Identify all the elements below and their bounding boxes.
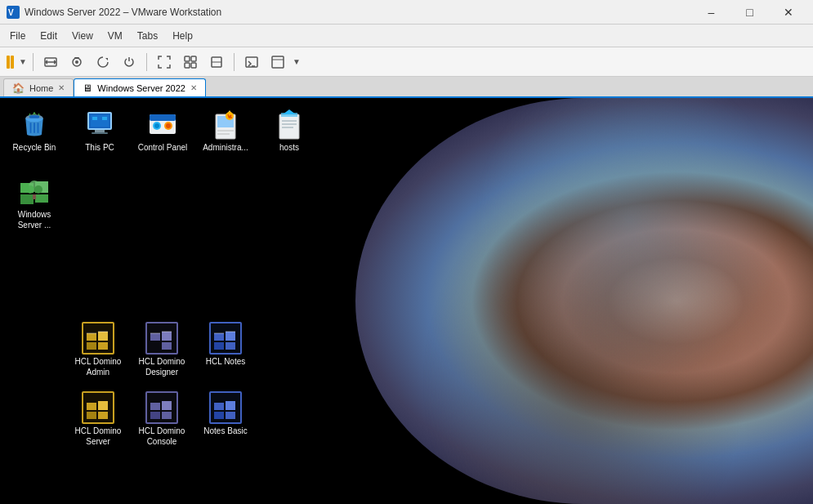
desktop-icon-windows-server[interactable]: Windows Server ... [5, 172, 64, 234]
menu-vm[interactable]: VM [101, 28, 129, 44]
home-tab-close[interactable]: ✕ [58, 83, 65, 92]
svg-rect-28 [92, 132, 108, 134]
svg-rect-10 [185, 56, 190, 61]
menu-bar: File Edit View VM Tabs Help [0, 25, 813, 47]
desktop-icon-hcl-domino-admin[interactable]: HCL Domino Admin [69, 319, 127, 381]
hcl-notes-icon [209, 322, 242, 355]
hcl-domino-admin-label: HCL Domino Admin [72, 356, 124, 377]
hcl-domino-console-icon [145, 391, 178, 424]
svg-point-35 [154, 123, 159, 128]
svg-text:V: V [8, 8, 14, 17]
snapshot-button[interactable] [65, 51, 88, 74]
administrator-label: Administra... [203, 142, 248, 153]
active-tab-close[interactable]: ✕ [190, 83, 197, 92]
fullscreen-button[interactable] [153, 51, 176, 74]
svg-rect-27 [95, 130, 105, 132]
hcl-domino-server-icon [82, 391, 114, 424]
menu-edit[interactable]: Edit [34, 28, 64, 44]
windows-server-label: Windows Server ... [8, 209, 60, 230]
svg-rect-16 [246, 57, 257, 67]
desktop-icon-hcl-domino-designer[interactable]: HCL Domino Designer [132, 319, 191, 381]
maximize-button[interactable]: □ [731, 0, 768, 25]
svg-rect-30 [92, 117, 97, 120]
control-panel-label: Control Panel [138, 142, 188, 153]
desktop-icon-administrator[interactable]: Administra... [196, 105, 255, 156]
unity-button[interactable] [179, 51, 202, 74]
desktop-icon-hcl-domino-server[interactable]: HCL Domino Server [69, 388, 127, 450]
desktop-icon-this-pc[interactable]: This PC [70, 105, 129, 156]
vm-desktop[interactable]: Recycle Bin This PC [0, 98, 813, 504]
svg-rect-33 [150, 114, 176, 121]
windows-server-icon [18, 175, 51, 207]
hcl-domino-designer-icon [145, 322, 178, 355]
svg-rect-18 [272, 56, 284, 68]
svg-point-37 [166, 123, 171, 128]
desktop-icon-hcl-domino-console[interactable]: HCL Domino Console [132, 388, 191, 450]
separator-3 [234, 53, 235, 71]
hosts-icon [273, 108, 306, 140]
notes-basic-label: Notes Basic [203, 426, 247, 436]
planet-detail [355, 98, 813, 504]
svg-marker-9 [105, 58, 108, 60]
this-pc-label: This PC [85, 142, 114, 153]
desktop-icon-control-panel[interactable]: Control Panel [133, 105, 192, 156]
window-title: Windows Server 2022 – VMware Workstation [25, 7, 693, 18]
menu-view[interactable]: View [65, 28, 100, 44]
tab-home[interactable]: 🏠 Home ✕ [3, 78, 74, 96]
minimize-button[interactable]: – [693, 0, 730, 25]
svg-marker-49 [283, 109, 296, 114]
tab-active-label: Windows Server 2022 [97, 83, 185, 93]
notes-basic-icon [209, 391, 242, 424]
separator-2 [146, 53, 147, 71]
vmware-icon: V [7, 6, 20, 19]
svg-point-56 [34, 185, 42, 194]
tab-bar: 🏠 Home ✕ 🖥 Windows Server 2022 ✕ [0, 77, 813, 98]
desktop-icon-notes-basic[interactable]: Notes Basic [196, 388, 255, 439]
recycle-bin-icon [18, 108, 51, 140]
power-button[interactable] [118, 51, 141, 74]
svg-point-55 [26, 185, 34, 194]
console-button[interactable] [240, 51, 263, 74]
home-icon: 🏠 [12, 83, 25, 94]
hcl-domino-server-label: HCL Domino Server [72, 426, 124, 447]
menu-help[interactable]: Help [166, 28, 199, 44]
hcl-domino-designer-label: HCL Domino Designer [136, 356, 188, 377]
toolbar-dropdown-arrow[interactable]: ▼ [19, 57, 27, 66]
recycle-bin-label: Recycle Bin [13, 142, 56, 153]
svg-rect-57 [33, 194, 36, 199]
tab-home-label: Home [29, 83, 53, 93]
desktop-icon-recycle-bin[interactable]: Recycle Bin [5, 105, 64, 156]
send-ctrl-alt-del-button[interactable] [39, 51, 62, 74]
menu-tabs[interactable]: Tabs [131, 28, 164, 44]
hcl-domino-console-label: HCL Domino Console [136, 426, 188, 447]
pause-button[interactable] [5, 54, 16, 70]
menu-file[interactable]: File [3, 28, 32, 44]
revert-button[interactable] [92, 51, 114, 74]
hcl-notes-label: HCL Notes [206, 356, 246, 367]
stretch-button[interactable] [205, 51, 228, 74]
control-panel-icon [146, 108, 179, 140]
window-controls: – □ ✕ [693, 0, 806, 25]
svg-rect-13 [191, 63, 196, 68]
settings-dropdown-arrow[interactable]: ▼ [293, 57, 301, 66]
hosts-label: hosts [279, 142, 299, 153]
svg-rect-21 [29, 115, 40, 118]
this-pc-icon [83, 108, 116, 140]
title-bar: V Windows Server 2022 – VMware Workstati… [0, 0, 813, 25]
administrator-icon [209, 108, 242, 140]
settings-button[interactable] [266, 51, 289, 74]
svg-rect-12 [185, 63, 190, 68]
tab-windows-server[interactable]: 🖥 Windows Server 2022 ✕ [74, 78, 206, 96]
vm-tab-icon: 🖥 [83, 83, 92, 94]
toolbar: ▼ ▼ [0, 47, 813, 77]
svg-rect-11 [191, 56, 196, 61]
svg-rect-52 [20, 194, 34, 204]
svg-rect-31 [102, 117, 107, 120]
desktop-icon-hosts[interactable]: hosts [260, 105, 319, 156]
svg-rect-44 [279, 114, 299, 139]
svg-point-7 [75, 60, 78, 64]
desktop-icon-hcl-notes[interactable]: HCL Notes [196, 319, 255, 370]
close-button[interactable]: ✕ [770, 0, 806, 25]
svg-rect-53 [35, 194, 48, 203]
hcl-domino-admin-icon [82, 322, 114, 355]
